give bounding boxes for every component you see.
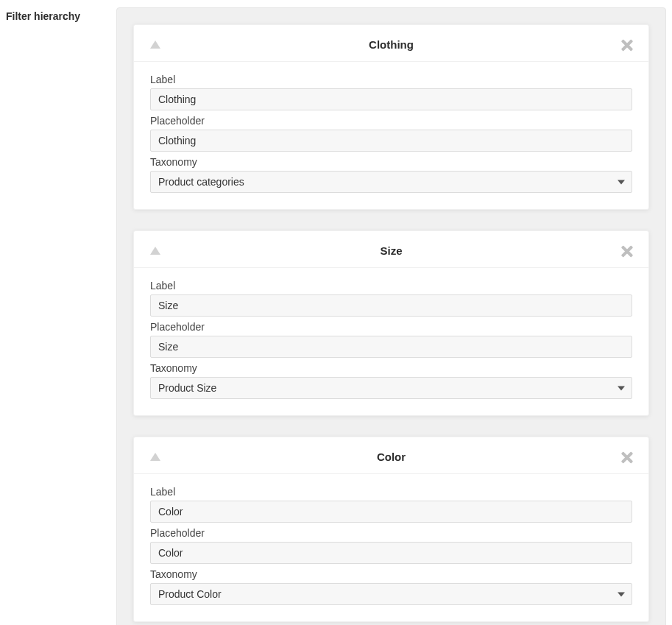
taxonomy-select[interactable]: Product Color [150,583,632,605]
collapse-icon[interactable] [150,247,160,255]
taxonomy-select[interactable]: Product categories [150,171,632,193]
label-input[interactable] [150,501,632,523]
field-label-taxonomy: Taxonomy [150,156,632,168]
field-label-label: Label [150,74,632,85]
filter-card-body: Label Placeholder Taxonomy Product Color [134,474,648,621]
filter-hierarchy-panel: Clothing Label Placeholder Taxonomy Prod… [116,7,666,625]
field-label-taxonomy: Taxonomy [150,362,632,374]
field-label-label: Label [150,280,632,292]
filter-card-header: Size [134,231,648,268]
placeholder-input[interactable] [150,542,632,564]
filter-card-title: Color [168,451,615,463]
filter-card-body: Label Placeholder Taxonomy Product categ… [134,62,648,209]
field-label-taxonomy: Taxonomy [150,568,632,580]
filter-card-title: Size [168,244,615,257]
placeholder-input[interactable] [150,130,632,152]
label-input[interactable] [150,294,632,317]
taxonomy-select[interactable]: Product Size [150,377,632,399]
section-label: Filter hierarchy [6,7,116,22]
filter-card: Color Label Placeholder Taxonomy Product… [133,437,649,622]
close-icon[interactable] [620,39,632,51]
filter-card-header: Color [134,437,648,474]
close-icon[interactable] [620,451,632,463]
filter-card: Size Label Placeholder Taxonomy Product … [133,230,649,416]
filter-card-title: Clothing [168,38,615,51]
close-icon[interactable] [620,245,632,257]
field-label-label: Label [150,486,632,498]
label-input[interactable] [150,88,632,110]
field-label-placeholder: Placeholder [150,527,632,539]
field-label-placeholder: Placeholder [150,321,632,333]
field-label-placeholder: Placeholder [150,115,632,127]
collapse-icon[interactable] [150,453,160,461]
filter-card-body: Label Placeholder Taxonomy Product Size [134,268,648,415]
filter-card: Clothing Label Placeholder Taxonomy Prod… [133,24,649,210]
filter-card-header: Clothing [134,25,648,62]
collapse-icon[interactable] [150,40,160,49]
placeholder-input[interactable] [150,336,632,358]
